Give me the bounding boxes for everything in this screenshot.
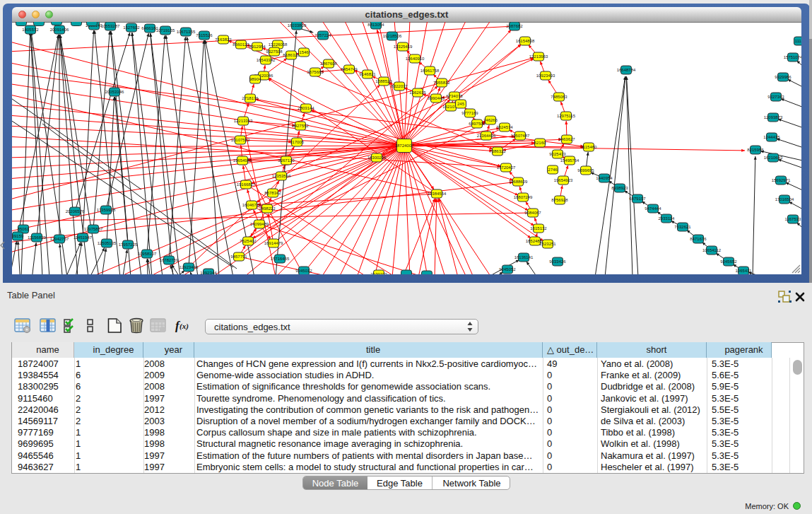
svg-text:17359928: 17359928 bbox=[97, 208, 116, 212]
svg-text:7515526: 7515526 bbox=[196, 33, 213, 37]
svg-text:10923493: 10923493 bbox=[536, 74, 555, 78]
svg-text:9327508: 9327508 bbox=[266, 49, 283, 54]
svg-text:8990448: 8990448 bbox=[428, 96, 445, 100]
svg-text:7485063: 7485063 bbox=[551, 95, 567, 99]
svg-text:15495764: 15495764 bbox=[560, 158, 579, 163]
svg-text:3624574: 3624574 bbox=[496, 125, 513, 129]
svg-text:15716465: 15716465 bbox=[271, 257, 290, 261]
svg-text:2933114: 2933114 bbox=[659, 216, 676, 221]
svg-text:39159: 39159 bbox=[12, 234, 24, 238]
svg-text:21364436: 21364436 bbox=[477, 134, 496, 138]
svg-text:12353594: 12353594 bbox=[272, 174, 291, 178]
svg-text:9245652: 9245652 bbox=[720, 259, 737, 264]
svg-text:11156829: 11156829 bbox=[28, 235, 46, 240]
svg-text:98904: 98904 bbox=[249, 77, 261, 81]
svg-text:9777169: 9777169 bbox=[461, 111, 478, 115]
svg-text:2867608: 2867608 bbox=[320, 62, 337, 66]
svg-text:3675685: 3675685 bbox=[307, 70, 324, 74]
svg-text:7632621: 7632621 bbox=[674, 225, 691, 229]
svg-text:2523251: 2523251 bbox=[539, 242, 556, 246]
svg-text:10107552: 10107552 bbox=[231, 138, 250, 142]
svg-text:16543342: 16543342 bbox=[257, 58, 276, 62]
svg-text:7625402: 7625402 bbox=[240, 239, 257, 243]
svg-text:16961758: 16961758 bbox=[420, 69, 440, 73]
svg-text:62160: 62160 bbox=[534, 141, 546, 145]
svg-text:10553287: 10553287 bbox=[101, 24, 120, 28]
svg-text:10688609: 10688609 bbox=[509, 180, 528, 184]
svg-text:19218506: 19218506 bbox=[383, 34, 402, 38]
svg-text:13226058: 13226058 bbox=[269, 42, 288, 47]
svg-text:12923446: 12923446 bbox=[180, 265, 199, 269]
svg-text:16154838: 16154838 bbox=[516, 39, 535, 43]
svg-text:19384554: 19384554 bbox=[428, 192, 447, 196]
svg-text:1362615: 1362615 bbox=[409, 90, 426, 95]
svg-text:10654112: 10654112 bbox=[702, 248, 722, 252]
svg-text:(x): (x) bbox=[180, 322, 189, 331]
svg-text:2087682: 2087682 bbox=[506, 24, 523, 28]
svg-text:9227343: 9227343 bbox=[767, 95, 784, 99]
svg-text:16914479: 16914479 bbox=[264, 241, 283, 245]
svg-text:8578342: 8578342 bbox=[264, 191, 281, 195]
svg-text:1527602: 1527602 bbox=[123, 25, 140, 30]
svg-text:2718176: 2718176 bbox=[242, 96, 259, 100]
svg-text:12975115: 12975115 bbox=[557, 114, 576, 118]
svg-text:13640910: 13640910 bbox=[406, 57, 425, 61]
svg-text:20206576: 20206576 bbox=[66, 209, 85, 214]
svg-text:8427552: 8427552 bbox=[292, 124, 309, 128]
svg-text:2746: 2746 bbox=[548, 168, 558, 172]
svg-text:10719155: 10719155 bbox=[156, 28, 175, 33]
svg-text:10671355: 10671355 bbox=[177, 30, 196, 34]
svg-text:20053346: 20053346 bbox=[105, 90, 124, 94]
svg-text:2130273: 2130273 bbox=[370, 272, 387, 274]
svg-text:11451947: 11451947 bbox=[73, 235, 93, 240]
svg-text:317006: 317006 bbox=[290, 140, 305, 144]
svg-text:16648784: 16648784 bbox=[617, 68, 636, 72]
svg-text:16782759: 16782759 bbox=[160, 258, 179, 262]
svg-text:19166827: 19166827 bbox=[237, 182, 256, 187]
svg-text:12213363: 12213363 bbox=[234, 119, 253, 123]
svg-text:3267130: 3267130 bbox=[278, 158, 295, 163]
svg-text:10958107: 10958107 bbox=[138, 252, 157, 256]
svg-text:9025433: 9025433 bbox=[549, 152, 566, 156]
svg-text:8938923: 8938923 bbox=[611, 186, 628, 190]
svg-text:1092344: 1092344 bbox=[200, 271, 217, 274]
svg-text:1588520: 1588520 bbox=[375, 79, 392, 83]
svg-text:18724007: 18724007 bbox=[395, 144, 414, 148]
svg-text:9245012: 9245012 bbox=[295, 269, 312, 273]
svg-text:1440954: 1440954 bbox=[596, 176, 613, 180]
svg-text:1405572: 1405572 bbox=[22, 28, 39, 32]
svg-text:8471676: 8471676 bbox=[690, 237, 707, 241]
svg-text:17016504: 17016504 bbox=[775, 197, 794, 201]
svg-text:9457791: 9457791 bbox=[230, 255, 247, 259]
svg-text:9084067: 9084067 bbox=[524, 211, 541, 215]
svg-text:1112: 1112 bbox=[795, 39, 801, 43]
svg-text:19654985: 19654985 bbox=[233, 158, 252, 163]
svg-text:85061: 85061 bbox=[18, 227, 30, 231]
svg-text:8813054: 8813054 bbox=[367, 23, 384, 27]
svg-text:9115460: 9115460 bbox=[581, 145, 598, 149]
svg-text:245: 245 bbox=[457, 102, 465, 106]
svg-text:2803144: 2803144 bbox=[298, 106, 314, 110]
svg-text:18807249: 18807249 bbox=[514, 195, 533, 199]
svg-text:1167533: 1167533 bbox=[785, 217, 801, 221]
svg-text:8215955: 8215955 bbox=[747, 148, 764, 152]
svg-text:1498222: 1498222 bbox=[259, 206, 276, 211]
svg-text:15720407: 15720407 bbox=[497, 165, 516, 170]
svg-text:12505135: 12505135 bbox=[98, 241, 117, 245]
svg-text:10507487: 10507487 bbox=[511, 134, 530, 138]
svg-text:6734078: 6734078 bbox=[446, 94, 463, 98]
svg-text:1065411: 1065411 bbox=[736, 269, 753, 273]
svg-text:6479197: 6479197 bbox=[629, 197, 646, 201]
svg-text:9329966: 9329966 bbox=[775, 75, 792, 79]
svg-text:9146821: 9146821 bbox=[359, 72, 376, 76]
svg-text:9699695: 9699695 bbox=[577, 168, 594, 173]
svg-text:18300295: 18300295 bbox=[367, 156, 387, 160]
svg-text:1546: 1546 bbox=[299, 50, 309, 54]
svg-text:8322037: 8322037 bbox=[391, 84, 408, 88]
svg-text:8912954: 8912954 bbox=[249, 45, 266, 49]
svg-text:9245052: 9245052 bbox=[499, 267, 516, 271]
svg-text:16136141: 16136141 bbox=[514, 255, 534, 259]
svg-text:8756928: 8756928 bbox=[551, 198, 568, 202]
svg-text:20091406: 20091406 bbox=[50, 28, 69, 32]
svg-text:19654923: 19654923 bbox=[554, 178, 573, 182]
